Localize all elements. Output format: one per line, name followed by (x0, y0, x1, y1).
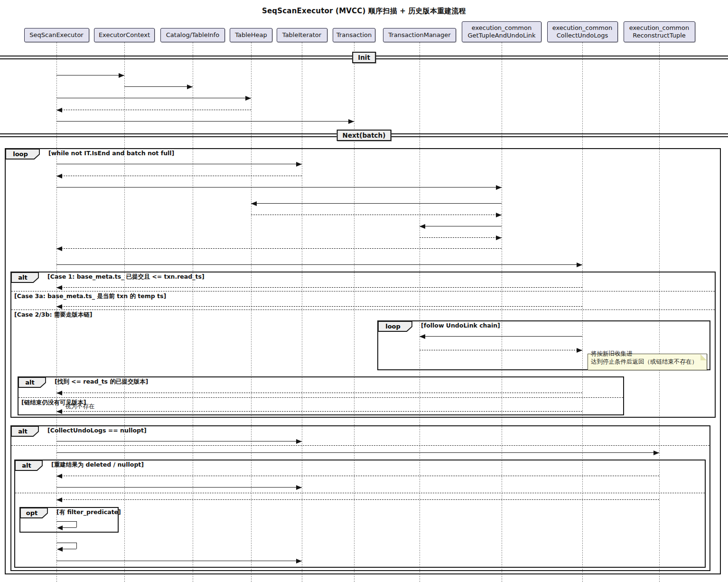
participant-heap: TableHeap (230, 28, 272, 42)
participant-label: ReconstructTuple (633, 32, 686, 39)
arrowhead (296, 485, 302, 490)
frame-label-shape: loop (378, 321, 413, 332)
frame-label-shape: opt (20, 507, 48, 519)
participant-gtul: execution_commonGetTupleAndUndoLink (462, 21, 541, 42)
frame-divider-label: [Case 3a: base_meta.ts_ 是当前 txn 的 temp t… (14, 292, 166, 300)
note-line: 将按新旧收集进 (591, 350, 633, 358)
diagram-title: SeqScanExecutor (MVCC) 顺序扫描 + 历史版本重建流程 (0, 7, 728, 16)
arrowhead (653, 451, 659, 455)
message-call-line (56, 75, 124, 75)
message-return-line (56, 248, 502, 249)
participant-label: TransactionManager (388, 31, 450, 39)
message-call-line (251, 203, 502, 204)
svg-text:alt: alt (25, 379, 34, 386)
arrowhead (420, 334, 425, 339)
message-self-line (56, 543, 76, 543)
arrowhead (296, 162, 302, 167)
arrowhead (296, 439, 302, 444)
frame-guard: [Case 1: base_meta.ts_ 已提交且 <= txn.read_… (47, 273, 205, 281)
participant-cul: execution_commonCollectUndoLogs (547, 21, 618, 42)
arrowhead (577, 348, 582, 353)
arrowhead (56, 174, 62, 178)
message-call-line (56, 121, 354, 122)
message-label: 视为不存在 (65, 403, 95, 411)
sequence-diagram: SeqScanExecutor (MVCC) 顺序扫描 + 历史版本重建流程 l… (0, 0, 728, 582)
participant-seq: SeqScanExecutor (24, 28, 89, 42)
section-divider-label: Next(batch) (337, 130, 392, 141)
frame-divider (11, 445, 709, 446)
message-return-line (56, 110, 251, 110)
participant-txnmgr: TransactionManager (383, 28, 456, 42)
message-call-line (420, 336, 582, 337)
arrowhead (56, 304, 62, 309)
arrowhead (296, 559, 302, 563)
frame-guard: [follow UndoLink chain] (421, 322, 500, 329)
svg-text:alt: alt (18, 428, 27, 435)
message-call-line (56, 487, 302, 488)
arrowhead (57, 526, 63, 530)
svg-text:opt: opt (26, 509, 37, 516)
participant-label: execution_common (629, 24, 689, 32)
arrowhead (56, 246, 62, 251)
message-self-line (76, 521, 77, 527)
participant-label: TableIterator (282, 31, 321, 39)
svg-text:alt: alt (22, 462, 31, 469)
svg-text:loop: loop (385, 323, 401, 330)
frame-divider (11, 310, 715, 310)
participant-label: Transaction (336, 31, 372, 39)
message-return-line (251, 215, 502, 215)
message-call-line (124, 86, 193, 87)
message-return-line (420, 350, 582, 350)
participant-cat: Catalog/TableInfo (160, 28, 225, 42)
arrowhead (56, 285, 62, 290)
message-return-line (56, 287, 582, 288)
message-call-line (56, 264, 582, 265)
participant-label: execution_common (472, 24, 532, 32)
message-return-line (420, 237, 502, 238)
frame-guard: [有 filter_predicate] (56, 508, 121, 516)
participant-label: CollectUndoLogs (557, 32, 608, 39)
participant-label: GetTupleAndUndoLink (467, 32, 535, 39)
frame-label-shape: alt (11, 272, 39, 283)
arrowhead (119, 73, 124, 78)
arrowhead (57, 547, 63, 552)
participant-txn: Transaction (333, 28, 375, 42)
participant-iter: TableIterator (277, 28, 327, 42)
participant-label: SeqScanExecutor (29, 31, 83, 39)
frame-guard: [找到 <= read_ts 的已提交版本] (55, 378, 148, 386)
participant-ctx: ExecutorContext (94, 28, 155, 42)
arrowhead (56, 108, 62, 113)
message-return-line (56, 393, 582, 393)
arrowhead (56, 498, 62, 502)
svg-text:alt: alt (18, 274, 27, 281)
message-call-line (56, 187, 502, 188)
arrowhead (496, 213, 502, 217)
message-call-line (56, 98, 251, 98)
message-return-line (56, 306, 582, 307)
frame-divider (15, 493, 705, 493)
message-return-line (56, 499, 659, 500)
frame-guard: [重建结果为 deleted / nullopt] (51, 461, 144, 469)
message-self-line (62, 549, 76, 549)
frame-guard: [CollectUndoLogs == nullopt] (47, 427, 147, 434)
note-line: 达到停止条件后返回（或链结束不存在） (591, 358, 698, 366)
arrowhead (348, 119, 354, 124)
message-call-line (56, 441, 302, 441)
arrowhead (496, 235, 502, 240)
arrowhead (56, 391, 62, 395)
message-self-line (76, 543, 77, 549)
frame-divider-label: [Case 2/3b: 需要走版本链] (14, 311, 93, 319)
frame-guard: [while not IT.IsEnd and batch not full] (48, 150, 174, 157)
message-self-line (56, 521, 76, 522)
arrowhead (56, 474, 62, 479)
frame-label-shape: alt (11, 426, 39, 437)
message-call-line (56, 561, 302, 561)
message-return-line (56, 176, 302, 176)
frame-label-shape: alt (15, 460, 43, 471)
participant-rt: execution_commonReconstructTuple (624, 21, 695, 42)
arrowhead (577, 263, 582, 267)
message-self-line (62, 527, 76, 528)
message-call-line (420, 226, 502, 226)
arrowhead (187, 84, 193, 89)
frame-label-shape: alt (18, 377, 47, 388)
